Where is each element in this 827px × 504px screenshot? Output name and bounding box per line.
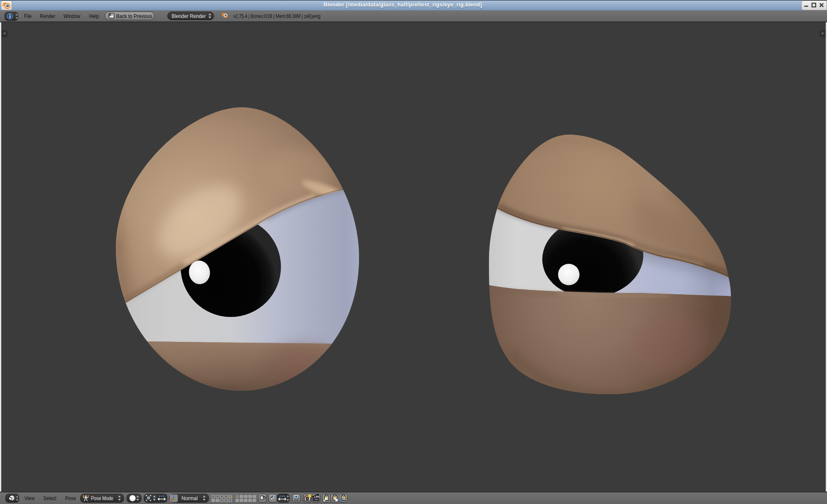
svg-text:Blender Render: Blender Render — [172, 13, 206, 19]
svg-text:v2.75.4 | Bones:0/28 | Mem:66: v2.75.4 | Bones:0/28 | Mem:66.38M | zeEy… — [233, 13, 320, 19]
svg-text:Pose Mode: Pose Mode — [91, 495, 113, 501]
svg-text:Back to Previous: Back to Previous — [116, 13, 152, 19]
svg-text:Normal: Normal — [181, 495, 198, 501]
